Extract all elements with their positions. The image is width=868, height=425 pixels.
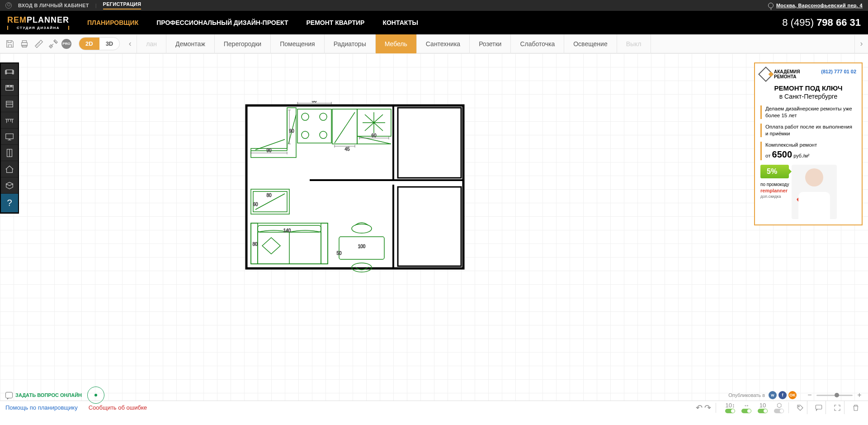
login-link[interactable]: ВХОД В ЛИЧНЫЙ КАБИНЕТ (18, 3, 89, 8)
nav-planner[interactable]: ПЛАНИРОВЩИК (87, 19, 138, 26)
toggle-snap[interactable] (741, 409, 751, 413)
share-vk-icon[interactable]: w (769, 391, 777, 399)
tab-lowcurrent[interactable]: Слаботочка (511, 34, 564, 53)
svg-text:60: 60 (371, 133, 377, 138)
svg-text:60: 60 (311, 101, 317, 103)
chat-icon (5, 392, 13, 398)
share-fb-icon[interactable]: f (778, 391, 787, 399)
publish-label: Опубликовать в (728, 392, 765, 398)
ad-title: РЕМОНТ ПОД КЛЮЧ (760, 84, 856, 92)
zoom-in[interactable]: + (856, 391, 863, 399)
comment-icon[interactable] (812, 401, 826, 415)
zoom-slider[interactable] (816, 395, 853, 396)
svg-text:80: 80 (252, 242, 258, 247)
palette-dresser[interactable] (1, 96, 18, 112)
online-indicator (87, 387, 104, 404)
ad-bullet-2: Оплата работ после их выполнения и приём… (760, 124, 856, 137)
tab-radiators[interactable]: Радиаторы (325, 34, 376, 53)
palette-table[interactable] (1, 112, 18, 129)
pin-icon (768, 3, 774, 8)
tab-demolition[interactable]: Демонтаж (166, 34, 215, 53)
palette-house[interactable] (1, 161, 18, 177)
tabs-prev[interactable]: ‹ (123, 35, 137, 53)
svg-rect-3 (6, 70, 14, 73)
svg-rect-9 (10, 86, 12, 86)
register-link[interactable]: РЕГИСТРАЦИЯ (103, 1, 142, 10)
nav-design[interactable]: ПРОФЕССИОНАЛЬНЫЙ ДИЗАЙН-ПРОЕКТ (156, 19, 288, 26)
zoom-out[interactable]: − (807, 391, 813, 399)
ad-subtitle: в Санкт-Петербурге (760, 93, 856, 100)
furniture-palette: ? (0, 62, 19, 214)
palette-help[interactable]: ? (1, 194, 18, 213)
svg-rect-18 (6, 134, 14, 138)
toggle-shape[interactable] (774, 409, 784, 413)
floorplan[interactable]: 60 90 90 45 60 80 60 140 80 100 50 (244, 101, 466, 273)
view-toggle: 2D 3D (79, 37, 120, 50)
undo-icon[interactable]: ↶ (696, 403, 703, 413)
nav-renovation[interactable]: РЕМОНТ КВАРТИР (306, 19, 364, 26)
svg-text:50: 50 (336, 251, 342, 256)
ad-bullet-3: Комплексный ремонт от 6500 руб./м² (760, 142, 856, 160)
palette-misc[interactable] (1, 177, 18, 194)
svg-rect-28 (398, 187, 461, 266)
svg-point-62 (798, 406, 799, 406)
ruler-icon[interactable] (33, 38, 45, 50)
tabs-next[interactable]: › (854, 35, 868, 53)
pro-badge[interactable]: PRO (61, 39, 71, 49)
svg-rect-1 (22, 40, 26, 43)
tabs: лан Демонтаж Перегородки Помещения Радиа… (137, 34, 854, 53)
ad-logo: АКАДЕМИЯРЕМОНТА (760, 69, 800, 80)
ad-discount: 5% (760, 165, 789, 178)
nav-contacts[interactable]: КОНТАКТЫ (382, 19, 418, 26)
toggle-dims[interactable] (725, 409, 735, 413)
svg-text:90: 90 (266, 148, 272, 153)
topbar: ВХОД В ЛИЧНЫЙ КАБИНЕТ | РЕГИСТРАЦИЯ Моск… (0, 0, 868, 11)
tab-rooms[interactable]: Помещения (271, 34, 325, 53)
workspace[interactable]: ? (0, 53, 868, 401)
tab-partitions[interactable]: Перегородки (215, 34, 271, 53)
fullscreen-icon[interactable] (830, 401, 844, 415)
palette-fridge[interactable] (1, 145, 18, 161)
trash-icon[interactable] (849, 401, 863, 415)
palette-sofa[interactable] (1, 63, 18, 80)
tab-switches-partial[interactable]: Выкл (617, 34, 651, 53)
svg-text:140: 140 (283, 228, 291, 233)
location-link[interactable]: Москва, Варсонофьевский пер. 4 (776, 3, 863, 8)
workspace-statusbar: ЗАДАТЬ ВОПРОС ОНЛАЙН Опубликовать в w f … (0, 390, 868, 401)
tag-icon[interactable] (793, 401, 807, 415)
view-2d[interactable]: 2D (79, 38, 99, 50)
palette-bed[interactable] (1, 80, 18, 96)
tab-plumbing[interactable]: Сантехника (417, 34, 470, 53)
ad-panel[interactable]: АКАДЕМИЯРЕМОНТА (812) 777 01 02 РЕМОНТ П… (754, 62, 863, 225)
report-error-link[interactable]: Сообщить об ошибке (89, 404, 147, 411)
svg-rect-10 (6, 101, 13, 107)
toggle-grid[interactable] (758, 409, 768, 413)
share-ok-icon[interactable]: OK (788, 391, 797, 399)
footer: Помощь по планировщику Сообщить об ошибк… (0, 401, 868, 414)
phone[interactable]: 8 (495) 798 66 31 (782, 17, 861, 29)
toolbar: PRO 2D 3D ‹ лан Демонтаж Перегородки Пом… (0, 34, 868, 53)
svg-text:90: 90 (289, 129, 294, 134)
ad-person-image (792, 165, 837, 219)
view-3d[interactable]: 3D (99, 38, 120, 50)
tools-icon[interactable] (47, 38, 60, 50)
print-icon[interactable] (18, 38, 31, 50)
planner-help-link[interactable]: Помощь по планировщику (5, 404, 78, 411)
palette-tv[interactable] (1, 129, 18, 145)
ad-phone[interactable]: (812) 777 01 02 (821, 69, 856, 74)
mainnav: REMPLANNER СТУДИЯ ДИЗАЙНА ПЛАНИРОВЩИК ПР… (0, 11, 868, 34)
tab-lighting[interactable]: Освещение (564, 34, 617, 53)
logo[interactable]: REMPLANNER СТУДИЯ ДИЗАЙНА (7, 15, 69, 30)
svg-text:100: 100 (358, 244, 366, 249)
user-icon (5, 2, 12, 9)
svg-rect-63 (816, 405, 822, 409)
tab-sockets[interactable]: Розетки (470, 34, 511, 53)
save-icon[interactable] (4, 38, 16, 50)
svg-rect-8 (7, 86, 9, 86)
svg-text:45: 45 (344, 147, 350, 152)
ask-online-link[interactable]: ЗАДАТЬ ВОПРОС ОНЛАЙН (15, 392, 82, 398)
tab-furniture[interactable]: Мебель (376, 34, 417, 53)
redo-icon[interactable]: ↷ (704, 403, 711, 413)
tab-plan-partial[interactable]: лан (137, 34, 166, 53)
separator: | (95, 3, 97, 8)
